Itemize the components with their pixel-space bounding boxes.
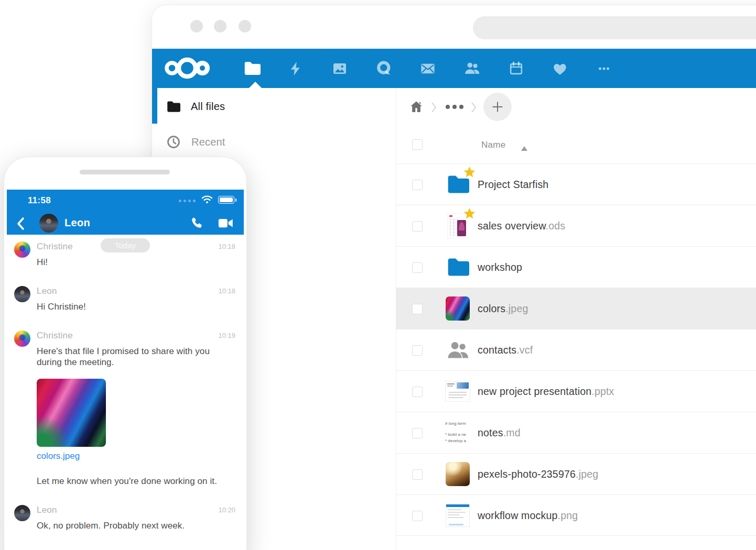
image-thumbnail bbox=[446, 296, 470, 321]
calendar-app-icon[interactable] bbox=[494, 60, 538, 76]
page-canvas: All files Recent bbox=[0, 0, 756, 550]
file-list-header: Name bbox=[396, 126, 756, 163]
file-row[interactable]: sales overview.ods bbox=[396, 205, 756, 246]
add-new-button[interactable] bbox=[483, 93, 512, 121]
file-name: new project presentation.pptx bbox=[478, 386, 614, 398]
window-control-dot[interactable] bbox=[190, 20, 203, 32]
talk-header: Leon bbox=[7, 213, 244, 235]
sort-ascending-icon[interactable] bbox=[521, 144, 527, 153]
files-app-icon[interactable] bbox=[230, 60, 274, 77]
phone-speaker bbox=[80, 170, 170, 174]
file-row[interactable]: workflow mockup.png bbox=[396, 494, 756, 536]
message-author: Christine bbox=[37, 331, 73, 340]
avatar bbox=[14, 331, 30, 347]
avatar bbox=[14, 505, 30, 521]
clock-icon bbox=[166, 135, 181, 149]
video-call-icon[interactable] bbox=[218, 216, 233, 232]
attachment-filename-link[interactable]: colors.jpeg bbox=[37, 451, 80, 461]
breadcrumb bbox=[396, 88, 756, 126]
nextcloud-header bbox=[152, 49, 756, 88]
window-control-dot[interactable] bbox=[214, 20, 226, 32]
file-thumbnail bbox=[445, 296, 470, 321]
mockup-thumbnail bbox=[446, 504, 470, 527]
select-all-checkbox[interactable] bbox=[412, 139, 423, 150]
message-text: Hi! bbox=[37, 257, 235, 268]
mail-app-icon[interactable] bbox=[406, 60, 450, 77]
chevron-right-icon bbox=[431, 102, 437, 115]
message-text: Here's that file I promised to share wit… bbox=[37, 346, 235, 369]
message-author: Leon bbox=[37, 286, 57, 296]
chevron-right-icon bbox=[471, 102, 477, 115]
talk-app-icon[interactable] bbox=[362, 60, 406, 77]
row-checkbox[interactable] bbox=[412, 387, 423, 397]
favorite-star-icon bbox=[462, 207, 477, 223]
row-checkbox[interactable] bbox=[412, 262, 423, 273]
more-apps-icon[interactable] bbox=[582, 61, 626, 76]
file-list: Project Starfishsales overview.odsworksh… bbox=[396, 163, 756, 536]
file-name: colors.jpeg bbox=[478, 303, 528, 315]
file-thumbnail bbox=[445, 461, 470, 487]
file-thumbnail: # long term* build a ne* develop a bbox=[445, 420, 470, 445]
file-row[interactable]: colors.jpeg bbox=[396, 288, 756, 329]
folder-icon bbox=[446, 256, 469, 279]
row-checkbox[interactable] bbox=[412, 428, 423, 438]
name-column-header[interactable]: Name bbox=[481, 140, 506, 150]
file-row[interactable]: new project presentation.pptx bbox=[396, 370, 756, 412]
chat-message: Christine10:19Here's that file I promise… bbox=[7, 331, 244, 487]
window-control-dot[interactable] bbox=[239, 20, 251, 32]
row-checkbox[interactable] bbox=[412, 180, 423, 190]
file-name: Project Starfish bbox=[478, 179, 548, 191]
file-name: contacts.vcf bbox=[478, 344, 533, 356]
row-checkbox[interactable] bbox=[412, 511, 423, 521]
file-thumbnail bbox=[445, 213, 470, 238]
message-time: 10:19 bbox=[218, 332, 235, 339]
avatar bbox=[14, 241, 30, 258]
file-name: sales overview.ods bbox=[478, 220, 565, 232]
message-text: Hi Christine! bbox=[37, 301, 235, 313]
sidebar-item-label: All files bbox=[191, 101, 225, 113]
file-row[interactable]: Project Starfish bbox=[396, 163, 756, 205]
row-checkbox[interactable] bbox=[412, 304, 423, 314]
file-name: workshop bbox=[478, 261, 522, 273]
contact-avatar[interactable] bbox=[39, 214, 58, 233]
message-author: Christine bbox=[37, 241, 73, 251]
file-row[interactable]: # long term* build a ne* develop anotes.… bbox=[396, 412, 756, 453]
message-author: Leon bbox=[37, 505, 57, 515]
row-checkbox[interactable] bbox=[412, 469, 423, 480]
chat-message-list: Christine10:18Hi!Leon10:18Hi Christine!C… bbox=[7, 241, 244, 532]
signal-dots-icon bbox=[179, 200, 196, 202]
wifi-icon bbox=[201, 194, 213, 207]
activity-app-icon[interactable] bbox=[274, 61, 318, 76]
contacts-icon bbox=[446, 338, 470, 362]
favorite-star-icon bbox=[462, 166, 477, 182]
message-attachment: colors.jpeg bbox=[37, 379, 235, 461]
sidebar-item-all-files[interactable]: All files bbox=[152, 89, 396, 124]
contacts-app-icon[interactable] bbox=[450, 60, 494, 77]
favorites-heart-icon[interactable] bbox=[538, 60, 582, 77]
sidebar-item-label: Recent bbox=[191, 136, 225, 148]
markdown-preview: # long term* build a ne* develop a bbox=[445, 421, 470, 445]
row-checkbox[interactable] bbox=[412, 221, 423, 232]
file-row[interactable]: pexels-photo-235976.jpeg bbox=[396, 453, 756, 494]
back-chevron-icon[interactable] bbox=[14, 215, 28, 234]
message-text: Ok, no problem. Probably next week. bbox=[37, 520, 235, 532]
file-row[interactable]: contacts.vcf bbox=[396, 329, 756, 370]
row-checkbox[interactable] bbox=[412, 345, 423, 356]
nextcloud-logo-icon[interactable] bbox=[164, 55, 211, 83]
file-row[interactable]: workshop bbox=[396, 246, 756, 288]
message-time: 10:20 bbox=[218, 506, 235, 514]
status-bar-time: 11:58 bbox=[28, 195, 51, 206]
file-name: pexels-photo-235976.jpeg bbox=[478, 468, 598, 480]
chat-message: Leon10:20Ok, no problem. Probably next w… bbox=[7, 505, 244, 532]
chat-message: Leon10:18Hi Christine! bbox=[7, 286, 244, 313]
file-thumbnail bbox=[445, 337, 470, 362]
file-name: workflow mockup.png bbox=[478, 509, 578, 521]
sidebar-item-recent[interactable]: Recent bbox=[152, 125, 396, 159]
contact-name: Leon bbox=[64, 217, 90, 229]
photos-app-icon[interactable] bbox=[318, 60, 362, 77]
address-bar[interactable] bbox=[473, 16, 756, 39]
breadcrumb-more-icon[interactable] bbox=[446, 105, 463, 109]
attachment-image[interactable] bbox=[37, 379, 106, 447]
home-icon[interactable] bbox=[409, 100, 424, 116]
call-icon[interactable] bbox=[189, 216, 204, 233]
